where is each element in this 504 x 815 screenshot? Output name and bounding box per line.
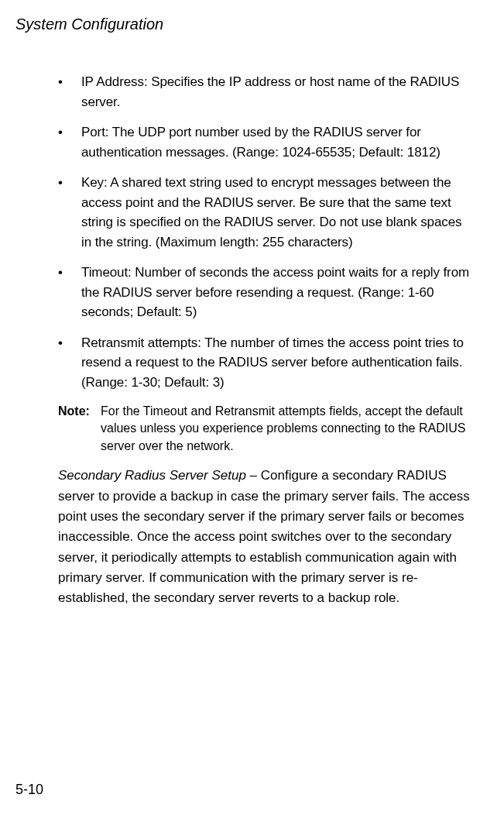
bullet-list: • IP Address: Specifies the IP address o… [58,72,473,392]
bullet-icon: • [58,72,81,112]
page-number: 5-10 [15,782,43,798]
secondary-label: Secondary Radius Server Setup [58,468,246,483]
note-block: Note: For the Timeout and Retransmit att… [58,403,473,455]
bullet-icon: • [58,333,81,393]
bullet-icon: • [58,173,81,252]
bullet-icon: • [58,263,81,322]
bullet-text: Timeout: Number of seconds the access po… [81,263,473,322]
list-item: • Timeout: Number of seconds the access … [58,263,473,322]
bullet-icon: • [58,122,81,162]
bullet-text: IP Address: Specifies the IP address or … [81,72,473,112]
bullet-text: Key: A shared text string used to encryp… [81,173,473,252]
secondary-paragraph: Secondary Radius Server Setup – Configur… [58,466,473,608]
note-text: For the Timeout and Retransmit attempts … [101,403,473,455]
page-header: System Configuration [15,15,473,33]
note-label: Note: [58,403,101,455]
content-area: • IP Address: Specifies the IP address o… [58,72,473,609]
secondary-text: – Configure a secondary RADIUS server to… [58,468,470,605]
list-item: • Port: The UDP port number used by the … [58,122,473,162]
list-item: • Key: A shared text string used to encr… [58,173,473,252]
list-item: • IP Address: Specifies the IP address o… [58,72,473,112]
bullet-text: Port: The UDP port number used by the RA… [81,122,473,162]
page-title: System Configuration [15,15,163,33]
bullet-text: Retransmit attempts: The number of times… [81,333,473,393]
list-item: • Retransmit attempts: The number of tim… [58,333,473,393]
